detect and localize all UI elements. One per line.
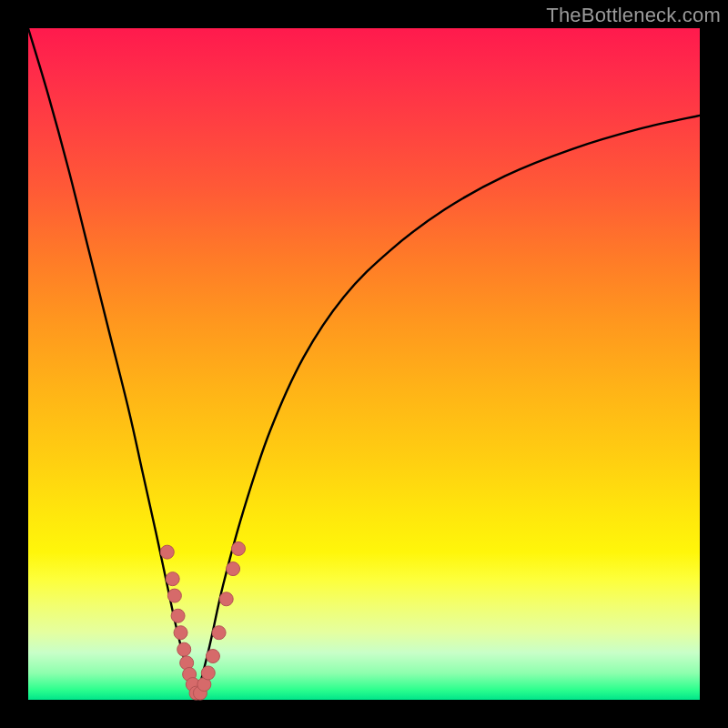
marker-group	[160, 541, 245, 700]
marker-dot	[160, 545, 174, 559]
marker-dot	[171, 609, 185, 622]
marker-dot	[219, 592, 233, 606]
curve-layer	[28, 28, 700, 700]
marker-dot	[166, 572, 179, 586]
marker-dot	[167, 589, 181, 602]
right-branch-curve	[197, 116, 701, 700]
marker-dot	[231, 541, 245, 555]
marker-dot	[206, 650, 219, 663]
chart-frame: TheBottleneck.com	[0, 0, 728, 728]
marker-dot	[227, 562, 240, 576]
marker-dot	[212, 626, 226, 640]
watermark-text: TheBottleneck.com	[546, 4, 721, 27]
marker-dot	[201, 666, 215, 680]
plot-area	[28, 28, 700, 700]
marker-dot	[174, 626, 187, 640]
marker-dot	[177, 642, 191, 656]
